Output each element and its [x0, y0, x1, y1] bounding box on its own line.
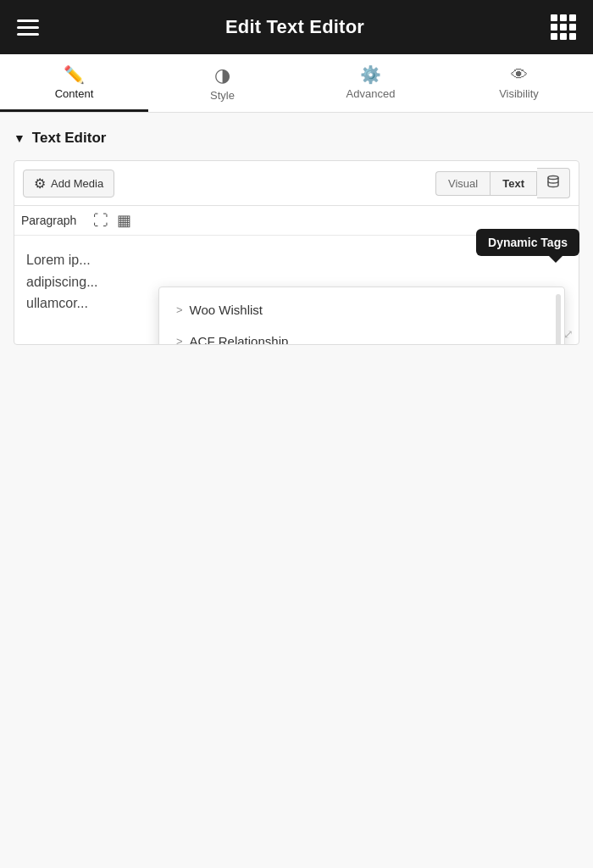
hamburger-menu-icon[interactable] — [17, 19, 39, 36]
section-title-label: Text Editor — [32, 130, 107, 147]
dropdown-item-label: ACF Relationship — [190, 334, 289, 345]
text-button[interactable]: Text — [490, 171, 537, 196]
text-editor-section: ▼ Text Editor — [0, 113, 593, 160]
chevron-icon: > — [176, 335, 183, 345]
formatting-toolbar: ⛶ ▦ — [93, 211, 131, 230]
dropdown-item-acf-relationship[interactable]: > ACF Relationship — [159, 326, 564, 345]
section-arrow-icon[interactable]: ▼ — [14, 131, 25, 145]
dynamic-tags-dropdown: > Woo Wishlist > ACF Relationship > Meta… — [158, 287, 565, 345]
top-bar: Edit Text Editor — [0, 0, 593, 54]
editor-wrapper: ⚙ Add Media Visual Text — [0, 160, 593, 359]
dropdown-scrollbar[interactable] — [556, 294, 561, 345]
camera-icon: ⚙ — [34, 175, 46, 192]
view-toggle: Visual Text — [435, 168, 570, 198]
page-title: Edit Text Editor — [225, 16, 364, 38]
gear-icon: ⚙️ — [360, 66, 381, 83]
text-label: Text — [502, 177, 524, 190]
bottom-spacer — [0, 359, 593, 868]
paragraph-select[interactable]: Paragraph — [21, 214, 76, 227]
database-icon — [546, 177, 561, 192]
tab-visibility[interactable]: 👁 Visibility — [445, 54, 593, 112]
dropdown-list: > Woo Wishlist > ACF Relationship > Meta… — [159, 287, 564, 345]
editor-toolbar: ⚙ Add Media Visual Text — [14, 161, 579, 206]
chevron-icon: > — [176, 303, 183, 316]
add-media-label: Add Media — [51, 177, 103, 190]
tab-style[interactable]: ◑ Style — [148, 54, 296, 112]
pencil-icon: ✏️ — [64, 66, 85, 83]
tab-advanced[interactable]: ⚙️ Advanced — [296, 54, 445, 112]
table-icon[interactable]: ▦ — [117, 211, 131, 230]
add-media-button[interactable]: ⚙ Add Media — [23, 170, 114, 198]
style-icon: ◑ — [214, 66, 230, 85]
dropdown-item-label: Woo Wishlist — [190, 303, 263, 317]
dynamic-db-button[interactable] — [537, 168, 570, 198]
tab-visibility-label: Visibility — [499, 87, 539, 100]
eye-icon: 👁 — [511, 66, 528, 83]
dynamic-tags-tooltip: Dynamic Tags — [476, 229, 579, 256]
svg-point-0 — [548, 176, 558, 180]
grid-menu-icon[interactable] — [551, 14, 576, 40]
visual-label: Visual — [448, 177, 478, 190]
visual-button[interactable]: Visual — [435, 171, 490, 196]
tab-content-label: Content — [55, 87, 94, 100]
tab-content[interactable]: ✏️ Content — [0, 54, 148, 112]
section-title: ▼ Text Editor — [14, 130, 579, 147]
dropdown-item-woo-wishlist[interactable]: > Woo Wishlist — [159, 294, 564, 326]
fullscreen-icon[interactable]: ⛶ — [93, 212, 108, 230]
tab-style-label: Style — [210, 89, 235, 102]
tabs-bar: ✏️ Content ◑ Style ⚙️ Advanced 👁 Visibil… — [0, 54, 593, 113]
tab-advanced-label: Advanced — [346, 87, 396, 100]
